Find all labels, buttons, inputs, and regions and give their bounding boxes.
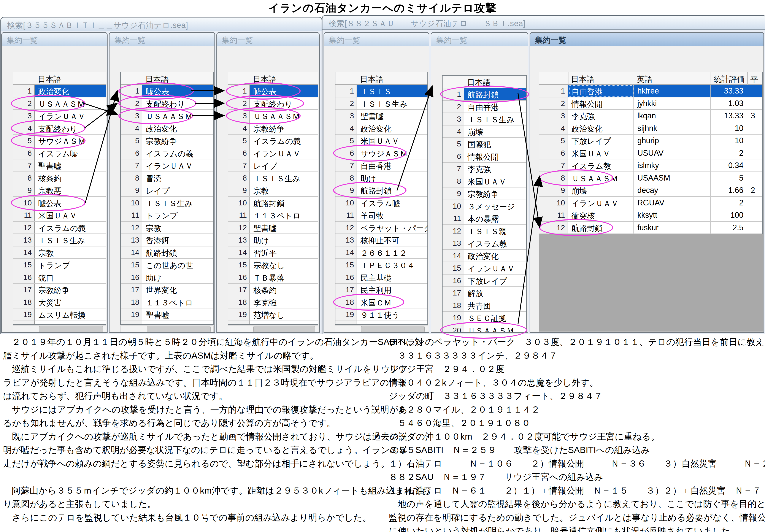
list-row[interactable]: 15宗教なし [228,259,318,271]
list-row[interactable]: 7自由香港 [336,160,427,172]
list-row[interactable]: 16ＴＢ暴落 [228,271,318,284]
list-row[interactable]: 7李克強 [442,163,526,175]
list-row[interactable]: 13イスラム教 [442,237,526,250]
list-row[interactable]: 6情報公開 [442,150,526,163]
list-row[interactable]: 5イスラムの義 [228,135,318,147]
h-scrollbar-thumb[interactable] [253,326,315,332]
list-row[interactable]: 8助け [336,172,427,185]
list-row[interactable]: 11本の暴露 [442,212,526,225]
column-header-stat[interactable]: 統計評価 [714,74,745,85]
h-scrollbar[interactable] [120,325,214,332]
list-row[interactable]: 2自由香港 [442,101,526,113]
list-row[interactable]: 10航路封鎖 [228,197,318,209]
list-row[interactable]: 3ＵＳＡＡＳＭ [121,110,213,122]
window-titlebar[interactable]: 検索[３５５ＳＡＢＩＴＩ＿＿サウジ石油テロ.sea] [1,18,322,31]
list-row[interactable]: 10イランＵＡＶRGUAV2 [539,197,762,209]
column-header-japanese[interactable]: 日本語 [145,74,169,85]
list-row[interactable]: 19ＳＥＣ証拠 [442,312,526,324]
column-header-japanese[interactable]: 日本語 [38,74,61,85]
window-titlebar[interactable]: 検索[８８２ＳＡＵ＿＿サウジ石油テロ＿＿ＳＢＴ.sea] [323,16,765,30]
list-row[interactable]: 15イランＵＡＶ [442,262,526,274]
list-row[interactable]: 3聖書嘘 [336,110,427,122]
list-row[interactable]: 8米国ＵＡＶ [442,175,526,188]
list-row[interactable]: 7イランＵＡＶ [121,160,213,172]
list-row[interactable]: 17民主利用 [336,283,427,296]
list-row[interactable]: 19聖書嘘 [121,308,213,321]
list-row[interactable]: 16銃口 [13,271,106,284]
list-row[interactable]: 20ＵＳＡＡＳＭ [442,324,526,332]
list-row[interactable]: 18米国ＣＭ [336,296,427,309]
list-row[interactable]: 1政治変化 [13,85,106,97]
list-row[interactable]: 3ＩＳＩＳ生み [442,113,526,126]
list-row[interactable]: 12宗教 [121,222,213,234]
list-row[interactable]: 5国際犯 [442,138,526,150]
column-header-japanese[interactable]: 日本語 [467,77,490,88]
list-row[interactable]: 2ＩＳＩＳ生み [336,97,427,110]
list-row[interactable]: 9宗教 [228,184,318,197]
list-row[interactable]: 10３メッセージ [442,200,526,213]
list-row[interactable]: 17世界変化 [121,283,213,296]
list-row[interactable]: 8ＩＳＩＳ生み [228,172,318,185]
list-row[interactable]: 1嘘公表 [228,85,318,97]
list-row[interactable]: 5下放レイプghurip10 [539,135,762,147]
list-row[interactable]: 11トランプ [121,209,213,222]
h-scrollbar[interactable] [13,325,106,332]
list-row[interactable]: 13ＩＳＩＳ生み [13,234,106,247]
list-row[interactable]: 19ムスリム転換 [13,308,106,321]
column-header-japanese[interactable]: 日本語 [571,74,594,85]
h-scrollbar[interactable] [335,325,428,332]
list-row[interactable]: 1自由香港hkfree33.33 [539,85,762,97]
list-row[interactable]: 4支配終わり [13,122,106,135]
list-row[interactable]: 2情報公開jyhkki1.03 [539,97,762,110]
list-row[interactable]: 1ＩＳＩＳ [336,85,427,97]
list-row[interactable]: 18李克強 [228,296,318,309]
list-row[interactable]: 12聖書嘘 [228,222,318,234]
list-row[interactable]: 4政治変化sijhnk10 [539,122,762,135]
list-row[interactable]: 5宗教紛争 [121,135,213,147]
list-row[interactable]: 12ベラヤット・パーク [336,222,427,234]
list-row[interactable]: 17解放 [442,287,526,299]
list-row[interactable]: 12航路封鎖fuskur2.5 [539,222,762,234]
list-row[interactable]: 5米国ＵＡＶ [336,135,427,147]
list-row[interactable]: 14政治変化 [442,250,526,262]
panel-caption[interactable]: 集約一覧 [2,33,107,46]
list-row[interactable]: 10嘘公表 [13,197,106,209]
panel-caption[interactable]: 集約一覧 [324,33,429,46]
list-row[interactable]: 9崩壊decay1.662 [539,184,762,197]
column-header-english[interactable]: 英語 [637,74,652,85]
list-row[interactable]: 17宗教紛争 [13,283,106,296]
list-row[interactable] [121,321,213,325]
list-row[interactable]: 1航路封鎖 [442,88,526,101]
list-row[interactable]: 11衝突核kksytt100 [539,209,762,222]
list-row[interactable]: 18１１３ペトロ [121,296,213,309]
list-row[interactable]: 2支配終わり [228,97,318,110]
list-row[interactable]: 18大災害 [13,296,106,309]
h-scrollbar-thumb[interactable] [361,326,424,332]
list-row[interactable]: 9宗教悪 [13,184,106,197]
list-row[interactable]: 14習近平 [228,247,318,259]
list-row[interactable]: 16下放レイプ [442,274,526,287]
list-row[interactable]: 19范増なし [228,308,318,321]
h-scrollbar-thumb[interactable] [147,326,211,332]
list-row[interactable]: 7レイプ [228,160,318,172]
list-row[interactable]: 14航路封鎖 [121,247,213,259]
list-row[interactable]: 4政治変化 [121,122,213,135]
list-row[interactable]: 7イスラム教islmky0.34 [539,160,762,172]
list-row[interactable]: 3ＵＳＡＡＳＭ [228,110,318,122]
column-header-japanese[interactable]: 日本語 [253,74,276,85]
panel-caption[interactable]: 集約一覧 [110,33,215,46]
list-row[interactable]: 4宗教紛争 [228,122,318,135]
list-row[interactable] [336,321,427,325]
list-row[interactable]: 6イスラム嘘 [13,147,106,160]
list-row[interactable]: 10ＩＳＩＳ生み [121,197,213,209]
list-row[interactable]: 9レイプ [121,184,213,197]
list-row[interactable] [13,321,106,325]
list-row[interactable]: 12ＩＳＩＳ親 [442,225,526,238]
list-row[interactable]: 1嘘公表 [121,85,213,97]
panel-caption[interactable]: 集約一覧 [530,33,763,46]
list-row[interactable]: 15ＩＰＥＣ３０４ [336,259,427,271]
list-row[interactable]: 4崩壊 [442,126,526,138]
list-row[interactable]: 16民主基礎 [336,271,427,284]
list-row[interactable]: 11羊司牧 [336,209,427,222]
list-row[interactable]: 13香港餌 [121,234,213,247]
